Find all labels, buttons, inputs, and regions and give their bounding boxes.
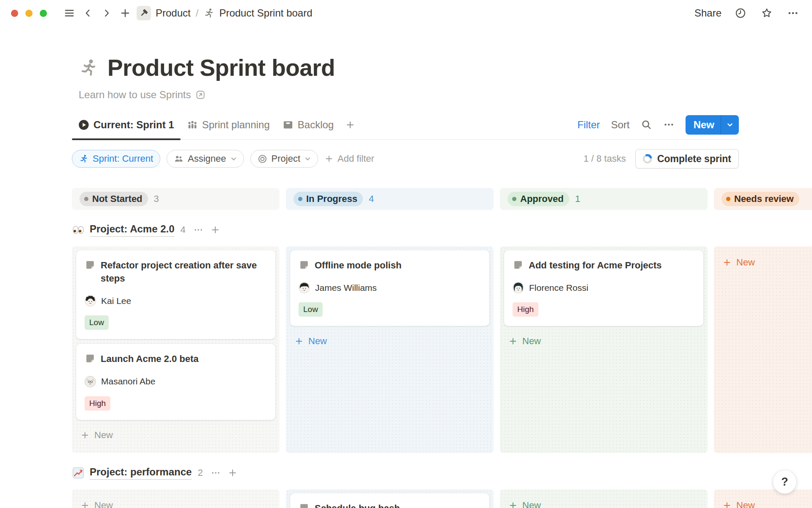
page-runner-icon[interactable] xyxy=(79,58,98,77)
tab-label: Current: Sprint 1 xyxy=(93,119,174,131)
favorite-star-icon[interactable] xyxy=(760,6,774,20)
status-dot xyxy=(84,197,88,201)
new-task-split-button[interactable]: New xyxy=(686,115,739,135)
avatar xyxy=(85,376,96,387)
cell-needs-review: New xyxy=(714,489,812,508)
new-card-label: New xyxy=(522,336,541,347)
page-icon xyxy=(299,260,310,271)
filter-bar: Sprint: Current Assignee Project Add fil… xyxy=(72,149,739,168)
cell-needs-review: New xyxy=(714,246,812,453)
column-header-needs-review[interactable]: Needs review xyxy=(714,188,812,210)
group-more-icon[interactable] xyxy=(211,468,221,478)
new-card-button[interactable]: New xyxy=(76,425,275,446)
tasks-count: 1 / 8 tasks xyxy=(584,153,626,164)
learn-sprints-link[interactable]: Learn how to use Sprints xyxy=(79,89,206,101)
minimize-window-button[interactable] xyxy=(25,10,33,17)
filter-chip-project[interactable]: Project xyxy=(250,150,318,168)
page-title: Product Sprint board xyxy=(107,54,335,81)
page-icon xyxy=(513,260,524,271)
new-card-label: New xyxy=(94,430,113,441)
card-title: Add testing for Acme Projects xyxy=(529,259,662,272)
new-page-icon[interactable] xyxy=(117,5,133,21)
tab-current-sprint[interactable]: Current: Sprint 1 xyxy=(72,110,181,139)
new-card-button[interactable]: New xyxy=(718,252,812,273)
column-header-not-started[interactable]: Not Started 3 xyxy=(72,188,280,210)
close-window-button[interactable] xyxy=(11,10,18,17)
task-card[interactable]: Launch Acme 2.0 beta Masanori Abe High xyxy=(76,344,275,420)
add-view-icon[interactable] xyxy=(340,120,360,130)
group-title[interactable]: Project: performance xyxy=(90,466,192,480)
new-card-button[interactable]: New xyxy=(504,495,703,508)
column-header-in-progress[interactable]: In Progress 4 xyxy=(286,188,494,210)
sort-button[interactable]: Sort xyxy=(611,119,630,131)
view-more-icon[interactable] xyxy=(663,119,675,130)
search-icon[interactable] xyxy=(641,119,652,130)
target-icon xyxy=(258,154,267,164)
back-icon[interactable] xyxy=(80,5,96,21)
chevron-down-icon xyxy=(727,121,733,128)
chart-increasing-emoji xyxy=(72,467,85,479)
status-dot xyxy=(298,197,302,201)
avatar xyxy=(85,295,96,306)
card-title: Launch Acme 2.0 beta xyxy=(101,352,198,365)
complete-sprint-button[interactable]: Complete sprint xyxy=(635,149,739,168)
new-card-button[interactable]: New xyxy=(504,331,703,352)
new-task-dropdown[interactable] xyxy=(721,115,739,135)
avatar xyxy=(299,282,310,293)
new-card-button[interactable]: New xyxy=(290,331,489,352)
traffic-lights xyxy=(11,10,47,17)
history-clock-icon[interactable] xyxy=(733,6,748,20)
help-button[interactable]: ? xyxy=(773,470,796,494)
chevron-down-icon xyxy=(304,156,311,162)
group-add-icon[interactable] xyxy=(210,225,220,235)
task-card[interactable]: Refactor project creation after save ste… xyxy=(76,250,275,339)
task-card[interactable]: Offline mode polish James Williams Low xyxy=(290,250,489,326)
tab-backlog[interactable]: Backlog xyxy=(276,110,340,139)
sidebar-toggle-icon[interactable] xyxy=(61,5,77,21)
new-card-label: New xyxy=(736,257,755,268)
eyes-emoji xyxy=(72,224,85,236)
plus-icon xyxy=(80,501,90,508)
workspace-hammer-icon[interactable] xyxy=(137,6,151,20)
avatar xyxy=(513,282,524,293)
status-label: In Progress xyxy=(306,193,357,204)
add-filter-label: Add filter xyxy=(337,153,374,164)
add-filter-button[interactable]: Add filter xyxy=(324,153,374,164)
column-headers-row: Not Started 3 In Progress 4 Approved 1 N… xyxy=(72,188,812,210)
tab-sprint-planning[interactable]: Sprint planning xyxy=(181,110,276,139)
group-count: 2 xyxy=(198,467,203,478)
group-title[interactable]: Project: Acme 2.0 xyxy=(90,223,175,237)
assignee-name: Masanori Abe xyxy=(101,376,155,387)
assignee-row: Masanori Abe xyxy=(85,376,267,387)
assignee-name: Florence Rossi xyxy=(529,283,588,293)
new-card-label: New xyxy=(308,336,327,347)
card-title: Schedule bug bash xyxy=(315,502,400,508)
column-header-approved[interactable]: Approved 1 xyxy=(500,188,708,210)
tab-label: Sprint planning xyxy=(202,119,270,131)
priority-tag: Low xyxy=(85,315,109,330)
status-dot xyxy=(512,197,516,201)
new-card-button[interactable]: New xyxy=(76,495,275,508)
group-more-icon[interactable] xyxy=(193,225,203,235)
breadcrumb-workspace[interactable]: Product xyxy=(156,7,191,19)
breadcrumb-page[interactable]: Product Sprint board xyxy=(219,7,312,19)
filter-chip-assignee[interactable]: Assignee xyxy=(167,150,244,168)
task-card[interactable]: Add testing for Acme Projects Florence R… xyxy=(504,250,703,326)
task-card[interactable]: Schedule bug bash xyxy=(290,493,489,508)
cell-not-started: Refactor project creation after save ste… xyxy=(72,246,280,453)
more-options-icon[interactable] xyxy=(786,6,800,20)
people-icon xyxy=(174,154,184,164)
new-card-label: New xyxy=(736,500,755,508)
new-card-label: New xyxy=(522,500,541,508)
filter-button[interactable]: Filter xyxy=(577,119,600,131)
zoom-window-button[interactable] xyxy=(40,10,47,17)
column-count: 3 xyxy=(154,193,159,204)
filter-chip-sprint[interactable]: Sprint: Current xyxy=(72,150,160,168)
new-card-button[interactable]: New xyxy=(718,495,812,508)
status-label: Approved xyxy=(520,193,564,204)
new-task-button[interactable]: New xyxy=(686,115,721,135)
learn-sprints-label: Learn how to use Sprints xyxy=(79,89,191,101)
share-button[interactable]: Share xyxy=(694,7,721,19)
group-add-icon[interactable] xyxy=(228,468,238,478)
forward-icon[interactable] xyxy=(99,5,115,21)
